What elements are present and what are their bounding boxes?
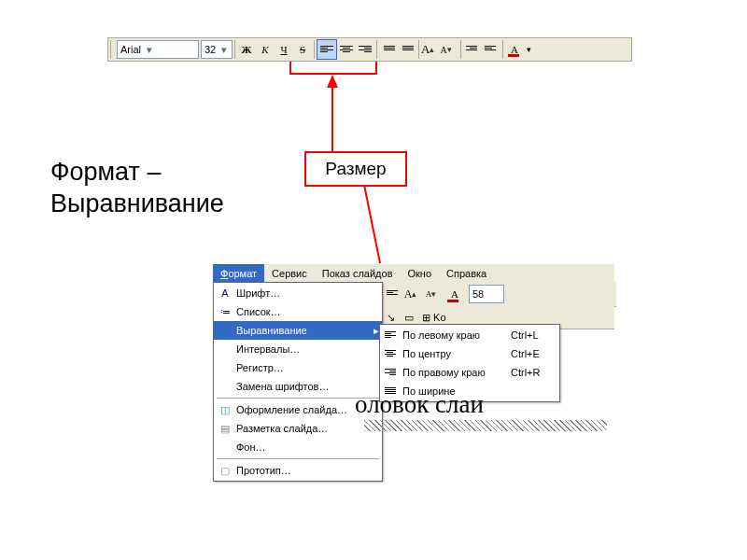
grow-font-button[interactable]: A▴ (421, 40, 440, 59)
font-name-select[interactable]: Arial ▾ (117, 40, 199, 59)
chevron-down-icon: ▾ (144, 44, 154, 56)
align-center-icon (340, 45, 353, 54)
menu-slideshow[interactable]: Показ слайдов (315, 264, 401, 283)
menu-item-background[interactable]: Фон… (214, 438, 382, 456)
increase-indent-button[interactable] (463, 40, 482, 59)
indent-icon (466, 45, 479, 54)
grow-font-button[interactable]: A▴ (403, 284, 424, 304)
chevron-down-icon: ▾ (527, 45, 531, 54)
bold-button[interactable]: Ж (237, 40, 256, 59)
font-color-button[interactable]: A (444, 284, 465, 304)
submenu-align-left[interactable]: По левому краю Ctrl+L (380, 326, 559, 344)
submenu-align-center[interactable]: По центру Ctrl+E (380, 344, 559, 363)
font-size-value: 32 (204, 44, 216, 55)
numbered-list-button[interactable] (379, 40, 398, 59)
align-left-icon (387, 289, 400, 299)
numbered-list-icon (382, 45, 395, 54)
align-right-button[interactable] (356, 40, 374, 59)
font-icon: A (214, 287, 236, 299)
strikethrough-button[interactable]: S (293, 40, 312, 59)
menu-bar: Формат Сервис Показ слайдов Окно Справка (213, 263, 614, 284)
align-right-icon (359, 45, 372, 54)
menu-item-slide-layout[interactable]: ▤ Разметка слайда… (214, 419, 382, 438)
menu-screenshot: Формат Сервис Показ слайдов Окно Справка… (213, 263, 614, 284)
design-icon: ◫ (214, 404, 236, 416)
zoom-box[interactable]: 58 (469, 285, 504, 303)
bullet-list-icon (401, 45, 414, 54)
prototype-icon: ▢ (214, 465, 236, 477)
up-arrow-icon: ▴ (430, 45, 440, 54)
menu-service[interactable]: Сервис (264, 264, 315, 283)
decrease-indent-button[interactable] (482, 40, 500, 59)
menu-item-font[interactable]: A Шрифт… (214, 284, 382, 302)
font-color-dropdown-button[interactable]: ▾ (524, 40, 533, 59)
background-slide-text: оловок слаи (355, 390, 484, 419)
slide-heading: Формат – Выравнивание (50, 157, 224, 220)
selection-hatch (364, 420, 607, 431)
font-name-value: Arial (120, 44, 141, 55)
menu-item-prototype[interactable]: ▢ Прототип… (214, 461, 382, 480)
italic-button[interactable]: К (256, 40, 275, 59)
align-right-icon (385, 368, 398, 377)
list-icon: ≔ (214, 306, 236, 318)
align-left-button[interactable] (383, 284, 403, 304)
down-arrow-icon: ▾ (447, 45, 458, 54)
layout-icon: ▤ (214, 423, 236, 435)
context-label: ⊞ Ko (418, 312, 450, 324)
bullet-list-button[interactable] (398, 40, 416, 59)
format-dropdown: A Шрифт… ≔ Список… Выравнивание ▸ Интерв… (213, 282, 383, 482)
align-center-icon (385, 349, 398, 358)
menu-window[interactable]: Окно (401, 264, 440, 283)
menu-item-list[interactable]: ≔ Список… (214, 302, 382, 321)
secondary-toolbar: A▴ A▾ A 58 (381, 282, 616, 307)
menu-help[interactable]: Справка (439, 264, 494, 283)
align-center-button[interactable] (337, 40, 356, 59)
callout-size: Размер (304, 151, 407, 187)
shrink-font-button[interactable]: A▾ (440, 40, 458, 59)
formatting-toolbar: Arial ▾ 32 ▾ Ж К Ч S A▴ A▾ (107, 37, 632, 62)
menu-format[interactable]: Формат (213, 264, 264, 283)
align-left-icon (320, 45, 333, 54)
menu-item-alignment[interactable]: Выравнивание ▸ (214, 321, 382, 340)
menu-item-register[interactable]: Регистр… (214, 358, 382, 377)
callout-label: Размер (325, 159, 386, 179)
submenu-align-right[interactable]: По правому краю Ctrl+R (380, 363, 559, 382)
shrink-font-button[interactable]: A▾ (424, 284, 444, 304)
underline-button[interactable]: Ч (275, 40, 293, 59)
font-size-select[interactable]: 32 ▾ (201, 40, 233, 59)
outdent-icon (485, 45, 498, 54)
font-color-button[interactable]: A (505, 40, 524, 59)
annotation-bracket (289, 62, 377, 75)
align-left-icon (385, 330, 398, 340)
chevron-down-icon: ▾ (218, 44, 229, 56)
menu-item-intervals[interactable]: Интервалы… (214, 340, 382, 358)
align-left-button[interactable] (317, 39, 337, 60)
